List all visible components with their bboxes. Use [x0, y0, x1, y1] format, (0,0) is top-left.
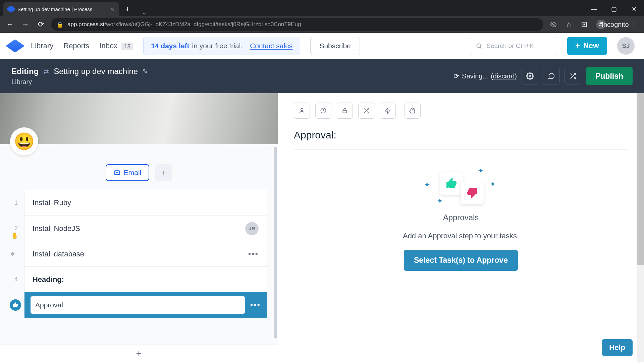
task-tool-row — [294, 103, 628, 119]
contact-sales-link[interactable]: Contact sales — [250, 42, 292, 50]
main-content: 😃 Email + 1 Install Ruby 2 ✋ — [0, 93, 644, 362]
approval-empty-state: ✦ ✦ ✦ ✦ Approvals Add an Approval step t… — [294, 158, 628, 353]
svg-line-3 — [480, 47, 482, 48]
incognito-label: Incognito — [608, 18, 622, 31]
saving-status: ⟳ Saving... (discard) — [453, 72, 517, 80]
task-row[interactable]: 1 Install Ruby — [24, 190, 267, 216]
search-input[interactable]: Search or Ctrl+K — [470, 37, 557, 55]
reload-icon[interactable]: ⟳ — [34, 18, 48, 31]
comments-button[interactable] — [543, 68, 560, 84]
tab-title: Setting up dev machine | Process — [17, 6, 107, 12]
rename-icon[interactable]: ✎ — [143, 68, 148, 75]
approval-task-row[interactable]: ••• — [24, 292, 267, 318]
task-list: 1 Install Ruby 2 ✋ Install NodeJS JR ✥ I… — [0, 190, 278, 345]
svg-point-9 — [301, 108, 303, 111]
approvals-subtitle: Add an Approval step to your tasks. — [403, 232, 519, 240]
task-more-icon[interactable]: ••• — [250, 300, 261, 310]
task-title: Install NodeJS — [33, 224, 80, 233]
task-row[interactable]: 4 Heading: — [24, 266, 267, 292]
sparkle-icon: ✦ — [437, 197, 443, 205]
back-icon[interactable]: ← — [3, 18, 17, 31]
eye-off-icon[interactable] — [547, 18, 560, 31]
select-tasks-to-approve-button[interactable]: Select Task(s) to Approve — [404, 250, 518, 271]
editing-label: Editing — [11, 67, 39, 76]
nav-inbox[interactable]: Inbox 18 — [99, 42, 133, 50]
approval-title-input[interactable] — [31, 296, 245, 314]
add-task-type-button[interactable]: + — [155, 164, 172, 181]
task-title: Install Ruby — [33, 198, 71, 207]
drag-handle-icon[interactable]: ✥ — [10, 251, 15, 257]
bookmark-star-icon[interactable]: ☆ — [562, 18, 576, 31]
kebab-menu-icon[interactable]: ⋮ — [627, 18, 641, 31]
saving-label: Saving... — [462, 72, 488, 80]
subscribe-button[interactable]: Subscribe — [310, 37, 360, 55]
app-logo-icon[interactable] — [6, 39, 25, 53]
page-scrollbar[interactable] — [637, 93, 644, 362]
task-list-toolbar: Email + — [0, 144, 278, 190]
discard-link[interactable]: (discard) — [491, 72, 517, 80]
scrollbar-thumb[interactable] — [637, 93, 644, 265]
trial-banner: 14 days left in your free trial. Contact… — [143, 37, 300, 55]
thumb-up-icon — [10, 299, 21, 311]
browser-toolbar: ← → ⟳ 🔒 app.process.st/workflows/uQGGj-_… — [0, 16, 644, 33]
stop-task-button[interactable] — [405, 103, 421, 119]
trial-days: 14 days left — [151, 42, 189, 50]
trial-rest: in your free trial. — [192, 42, 243, 50]
assignee-avatar[interactable]: JR — [245, 222, 259, 235]
task-list-pane: 😃 Email + 1 Install Ruby 2 ✋ — [0, 93, 278, 362]
tab-close-icon[interactable]: × — [110, 5, 114, 13]
email-button-label: Email — [124, 169, 142, 177]
browser-tab[interactable]: Setting up dev machine | Process × — [3, 2, 119, 16]
approval-illustration: ✦ ✦ ✦ ✦ — [424, 167, 498, 203]
nav-reports[interactable]: Reports — [63, 42, 89, 50]
window-controls: ― ▢ ✕ — [584, 2, 644, 16]
add-task-button[interactable]: + — [0, 345, 278, 362]
maximize-icon[interactable]: ▢ — [604, 2, 624, 16]
editing-bar: Editing ⇄ Setting up dev machine ✎ Libra… — [0, 59, 644, 93]
svg-rect-1 — [584, 24, 585, 25]
task-title: Heading: — [33, 275, 64, 284]
sparkle-icon: ✦ — [478, 167, 484, 175]
close-window-icon[interactable]: ✕ — [624, 2, 644, 16]
task-more-icon[interactable]: ••• — [248, 249, 259, 259]
incognito-indicator[interactable]: Incognito — [593, 18, 625, 31]
nav-library[interactable]: Library — [31, 42, 53, 50]
due-date-button[interactable] — [315, 103, 331, 119]
favicon-icon — [6, 5, 16, 13]
user-avatar[interactable]: SJ — [617, 37, 635, 55]
permissions-button[interactable] — [337, 103, 353, 119]
tabs-overflow-icon[interactable]: ⌄ — [136, 8, 153, 16]
extensions-icon[interactable] — [578, 18, 591, 31]
sparkle-icon: ✦ — [490, 180, 496, 189]
minimize-icon[interactable]: ― — [584, 2, 604, 16]
new-tab-button[interactable]: + — [119, 2, 136, 16]
svg-marker-15 — [385, 108, 390, 114]
workflow-icon: ⇄ — [43, 67, 49, 75]
new-button[interactable]: + New — [567, 37, 607, 55]
email-button[interactable]: Email — [106, 164, 150, 181]
conditional-logic-button[interactable] — [358, 103, 374, 119]
search-placeholder: Search or Ctrl+K — [486, 42, 534, 50]
cover-image[interactable]: 😃 — [0, 93, 278, 144]
publish-button[interactable]: Publish — [586, 67, 633, 85]
new-button-label: New — [583, 41, 599, 50]
forward-icon[interactable]: → — [19, 18, 32, 31]
task-row[interactable]: 2 ✋ Install NodeJS JR — [24, 216, 267, 241]
task-title: Install database — [33, 250, 84, 258]
lock-icon: 🔒 — [56, 21, 63, 28]
breadcrumb[interactable]: Library — [11, 78, 148, 86]
task-number: 1 — [11, 199, 21, 206]
automations-button[interactable] — [380, 103, 396, 119]
scrollbar[interactable] — [274, 147, 277, 339]
workflow-name: Setting up dev machine — [54, 67, 138, 76]
shuffle-button[interactable] — [565, 68, 581, 84]
help-button[interactable]: Help — [602, 339, 633, 356]
task-heading[interactable]: Approval: — [294, 127, 628, 150]
task-number: 4 — [11, 276, 21, 283]
assign-button[interactable] — [294, 103, 310, 119]
url-text: app.process.st/workflows/uQGGj-_oKZ43zDM… — [67, 21, 301, 28]
task-detail-pane: Approval: ✦ ✦ ✦ ✦ Approvals Add an Appro… — [278, 93, 644, 362]
settings-button[interactable] — [522, 68, 538, 84]
address-bar[interactable]: 🔒 app.process.st/workflows/uQGGj-_oKZ43z… — [51, 18, 543, 31]
task-row[interactable]: ✥ Install database ••• — [24, 241, 267, 266]
